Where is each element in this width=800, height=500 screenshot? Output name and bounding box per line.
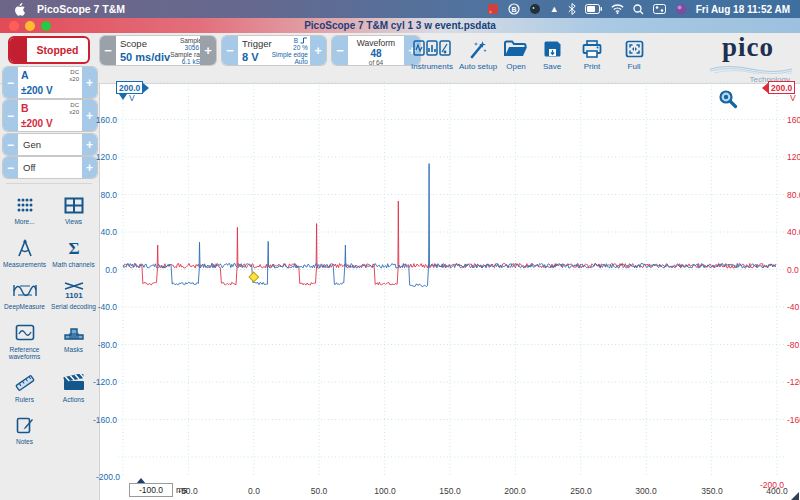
instruments-button[interactable]: Instruments: [409, 38, 455, 80]
masks-label: Masks: [64, 346, 83, 354]
x-axis-tick-label: 50.0: [297, 486, 341, 496]
channel-a-increase-button[interactable]: +: [82, 67, 97, 98]
y-axis-left-tick-label: 40.0: [87, 227, 117, 237]
scope-view[interactable]: 200.0 V 200.0 V 160.0120.080.040.00.0-40…: [100, 84, 800, 500]
control-center-icon[interactable]: [653, 4, 666, 14]
y-axis-left-tick-label: 160.0: [87, 115, 117, 125]
sidebar-tool-notes[interactable]: Notes: [0, 408, 49, 451]
waveform-plot[interactable]: [100, 80, 800, 500]
actions-label: Actions: [63, 396, 84, 404]
channel-a-body[interactable]: A DCx20 ±200 V: [18, 67, 82, 98]
window-title: PicoScope 7 T&M cyl 1 3 w event.psdata: [0, 20, 800, 31]
waveform-prev-button[interactable]: −: [332, 36, 348, 65]
pico-technology-logo: pico Technology: [702, 35, 794, 81]
channel-b-decrease-button[interactable]: −: [3, 100, 18, 131]
y-axis-left-tick-label: -80.0: [87, 340, 117, 350]
off-label[interactable]: Off: [18, 157, 82, 178]
x-axis-offset-box[interactable]: -100.0: [129, 483, 173, 497]
measurements-icon: [15, 237, 35, 259]
zoom-overview-icon[interactable]: [718, 89, 738, 113]
full-button[interactable]: Full: [611, 38, 657, 80]
trigger-type: Auto: [295, 58, 308, 65]
scope-decrease-button[interactable]: −: [100, 36, 116, 65]
waveform-count: of 64: [369, 59, 383, 65]
waveform-index: 48: [370, 48, 381, 59]
menubar-app-name[interactable]: PicoScope 7 T&M: [37, 3, 125, 15]
channel-b-id: B: [21, 102, 29, 115]
channel-b-panel[interactable]: − B DCx20 ±200 V +: [3, 100, 97, 131]
channel-a-decrease-button[interactable]: −: [3, 67, 18, 98]
scope-panel-body[interactable]: Scope 50 ms/div Samples 3056 S Sample ra…: [116, 36, 200, 65]
notes-icon: [16, 414, 34, 436]
grid-lines: [118, 82, 785, 476]
generator-decrease-button[interactable]: −: [3, 134, 18, 155]
open-label: Open: [506, 62, 526, 71]
battery-icon[interactable]: [585, 4, 602, 14]
trigger-marker[interactable]: [249, 272, 259, 282]
generator-label[interactable]: Gen: [18, 134, 82, 155]
x-axis-tick-label: 200.0: [493, 486, 537, 496]
x-axis-tick-label: 0.0: [232, 486, 276, 496]
picoscope-window: PicoScope 7 T&M B ▲ Fri Aug 18 11:52 AM …: [0, 0, 800, 500]
corner-resize-grip[interactable]: [790, 492, 799, 500]
sidebar-tool-reference-waveforms[interactable]: Reference waveforms: [0, 316, 49, 366]
sidebar-tool-deepmeasure[interactable]: DeepMeasure: [0, 273, 49, 316]
sidebar-tool-measurements[interactable]: Measurements: [0, 231, 49, 274]
svg-text:1101: 1101: [65, 291, 83, 299]
axis-a-flag-arrow-icon: [143, 83, 149, 93]
y-axis-left-tick-label: 80.0: [87, 190, 117, 200]
axis-a-pointer-icon: [119, 94, 127, 100]
y-axis-left-tick-label: -160.0: [87, 415, 117, 425]
channel-a-range: ±200 V: [21, 85, 79, 96]
y-axis-right-tick-label: 120.0: [787, 152, 800, 162]
trigger-label: Trigger: [242, 38, 272, 49]
pico-logo-waves: [708, 64, 794, 74]
print-button[interactable]: Print: [569, 38, 615, 80]
sidebar-tool-more[interactable]: More...: [0, 188, 49, 231]
instruments-label: Instruments: [411, 62, 453, 71]
auto-setup-label: Auto setup: [459, 62, 497, 71]
wifi-icon[interactable]: [611, 4, 624, 14]
status-dot-icon[interactable]: [529, 3, 541, 15]
save-icon: [543, 38, 562, 60]
y-axis-right-tick-label: -120.0: [787, 377, 800, 387]
y-axis-right-tick-label: 160.0: [787, 115, 800, 125]
scope-increase-button[interactable]: +: [200, 36, 216, 65]
trigger-panel-body[interactable]: Trigger 8 V B 20 % Simple edge Auto: [238, 36, 310, 65]
scope-panel: − Scope 50 ms/div Samples 3056 S Sample …: [100, 36, 216, 65]
app-icon[interactable]: [675, 3, 687, 15]
off-decrease-button[interactable]: −: [3, 157, 18, 178]
trigger-source: B: [294, 37, 308, 44]
full-label: Full: [628, 62, 641, 71]
y-axis-right-tick-label: -80.0: [787, 340, 800, 350]
x-axis-tick-label: 300.0: [624, 486, 668, 496]
sidebar-tool-rulers[interactable]: Rulers: [0, 366, 49, 409]
y-axis-right-tick-label: 40.0: [787, 227, 800, 237]
svg-text:Σ: Σ: [68, 239, 79, 257]
waveform-panel-body[interactable]: Waveform 48 of 64: [348, 36, 404, 65]
math-channels-icon: Σ: [66, 237, 82, 259]
more-icon: [15, 194, 35, 216]
b-circle-icon[interactable]: B: [508, 3, 520, 15]
channel-b-body[interactable]: B DCx20 ±200 V: [18, 100, 82, 131]
channel-a-panel[interactable]: − A DCx20 ±200 V +: [3, 67, 97, 98]
trigger-increase-button[interactable]: +: [310, 36, 326, 65]
y-axis-left-tick-label: 0.0: [87, 265, 117, 275]
bluetooth-icon[interactable]: [568, 3, 576, 15]
notification-badge-icon[interactable]: [487, 3, 499, 15]
scope-timebase-value: 50 ms/div: [120, 51, 170, 63]
menubar-clock[interactable]: Fri Aug 18 11:52 AM: [696, 4, 790, 15]
serial-decoding-icon: 1101: [63, 279, 85, 301]
waveform-label: Waveform: [357, 38, 395, 48]
y-axis-right-tick-label: 80.0: [787, 190, 800, 200]
spotlight-search-icon[interactable]: [633, 4, 644, 15]
stopped-button[interactable]: Stopped: [8, 36, 90, 64]
menu-triangle-icon[interactable]: ▲: [550, 4, 559, 14]
print-icon: [582, 38, 602, 60]
apple-menu-icon[interactable]: [14, 3, 25, 16]
stopped-button-indicator: [10, 38, 27, 62]
views-label: Views: [65, 218, 82, 226]
channel-a-id: A: [21, 69, 29, 82]
y-axis-left-tick-label: 120.0: [87, 152, 117, 162]
trigger-decrease-button[interactable]: −: [222, 36, 238, 65]
